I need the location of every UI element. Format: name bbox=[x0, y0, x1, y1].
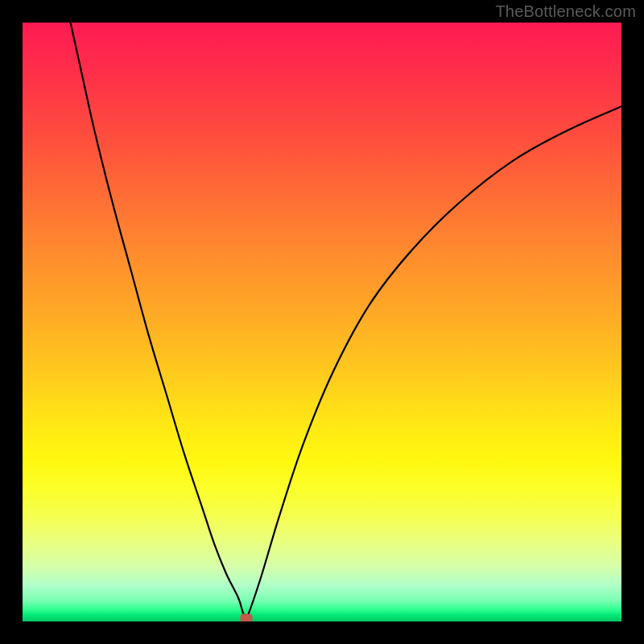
watermark-text: TheBottleneck.com bbox=[495, 2, 636, 21]
bottleneck-curve bbox=[23, 23, 621, 621]
optimal-point-marker bbox=[240, 614, 252, 621]
chart-plot-area bbox=[23, 23, 621, 621]
